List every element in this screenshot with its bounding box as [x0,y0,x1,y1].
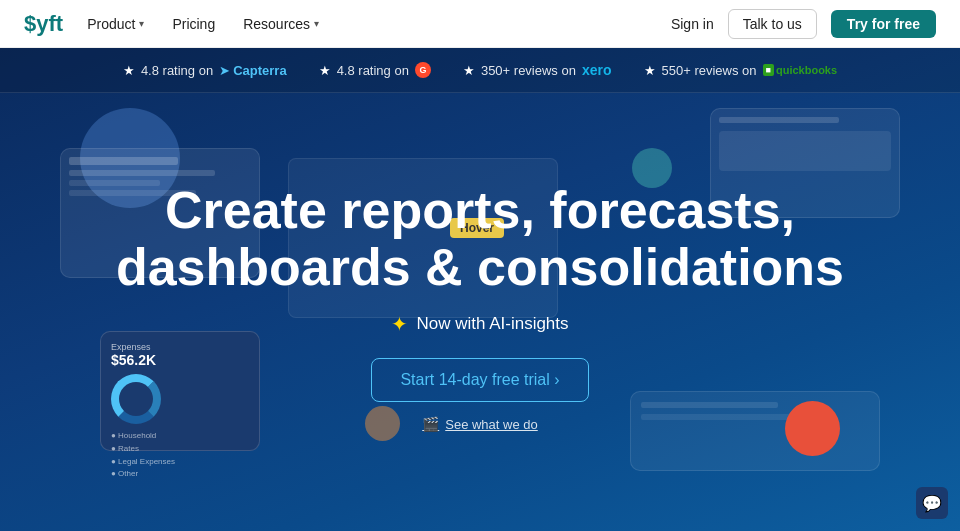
rating-qb: ★ 550+ reviews on ■ quickbooks [644,63,838,78]
logo-icon: $yft [24,11,63,37]
nav-right: Sign in Talk to us Try for free [671,9,936,39]
star-icon: ★ [463,63,475,78]
cta-trial-button[interactable]: Start 14-day free trial › [371,358,588,402]
trial-button[interactable]: Try for free [831,10,936,38]
sparkle-icon: ✦ [391,312,408,336]
nav-resources[interactable]: Resources ▾ [243,16,319,32]
capterra-logo: Capterra [233,63,286,78]
chevron-down-icon: ▾ [314,18,319,29]
nav-product[interactable]: Product ▾ [87,16,144,32]
nav-pricing[interactable]: Pricing [172,16,215,32]
hero-headline: Create reports, forecasts, dashboards & … [116,182,844,296]
star-icon: ★ [644,63,656,78]
chevron-down-icon: ▾ [139,18,144,29]
chat-bubble-button[interactable]: 💬 [916,487,948,519]
navbar: $yft Product ▾ Pricing Resources ▾ Sign … [0,0,960,48]
g2-logo: G [415,62,431,78]
rating-xero: ★ 350+ reviews on xero [463,62,612,78]
see-what-link[interactable]: 🎬 See what we do [422,416,538,432]
nav-left: $yft Product ▾ Pricing Resources ▾ [24,11,319,37]
talk-button[interactable]: Talk to us [728,9,817,39]
play-icon: 🎬 [422,416,439,432]
hero-section: ★ 4.8 rating on ➤ Capterra ★ 4.8 rating … [0,48,960,531]
qb-logo: ■ quickbooks [763,64,838,76]
star-icon: ★ [123,63,135,78]
donut-chart [111,374,161,424]
signin-button[interactable]: Sign in [671,16,714,32]
logo[interactable]: $yft [24,11,63,37]
rating-g2: ★ 4.8 rating on G [319,62,431,78]
nav-center: Product ▾ Pricing Resources ▾ [87,16,319,32]
ai-badge: ✦ Now with AI-insights [391,312,568,336]
expenses-card: Expenses $56.2K ● Household ● Rates ● Le… [100,331,260,451]
xero-logo: xero [582,62,612,78]
red-circle-decoration [785,401,840,456]
ratings-bar: ★ 4.8 rating on ➤ Capterra ★ 4.8 rating … [0,48,960,93]
star-icon: ★ [319,63,331,78]
rating-capterra: ★ 4.8 rating on ➤ Capterra [123,63,287,78]
